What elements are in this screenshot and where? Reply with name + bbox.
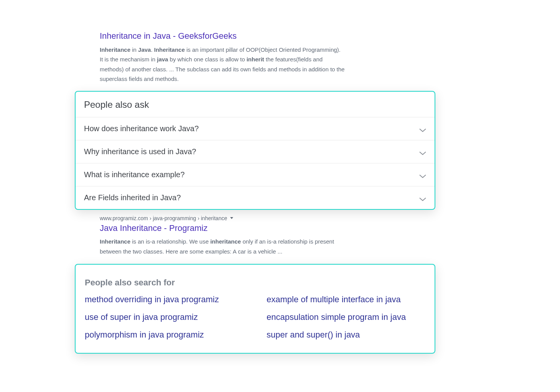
paa-question-text: What is inheritance example?: [84, 170, 184, 179]
snippet-bold: Inheritance: [154, 46, 185, 53]
related-search-link[interactable]: use of super in java programiz: [85, 312, 244, 322]
related-search-link[interactable]: polymorphism in java programiz: [85, 330, 244, 340]
snippet-bold: inheritance: [210, 238, 241, 245]
paa-question-text: How does inheritance work Java?: [84, 124, 199, 133]
caret-down-icon: [230, 217, 233, 219]
people-also-search-for-box: People also search for method overriding…: [75, 264, 435, 354]
paa-question-row[interactable]: What is inheritance example?: [76, 163, 435, 186]
result-snippet: Inheritance in Java. Inheritance is an i…: [100, 45, 345, 84]
snippet-bold: Inheritance: [100, 46, 130, 53]
people-also-ask-heading: People also ask: [76, 92, 435, 117]
snippet-text: is an is-a relationship. We use: [130, 238, 210, 245]
snippet-bold: Inheritance: [100, 238, 130, 245]
result-url-text: www.programiz.com › java-programming › i…: [100, 215, 227, 221]
snippet-text: by which one class is allow to: [168, 56, 246, 63]
result-snippet: Inheritance is an is-a relationship. We …: [100, 237, 345, 256]
chevron-down-icon: [419, 127, 426, 130]
snippet-bold: Java: [138, 46, 151, 53]
snippet-text: in: [130, 46, 138, 53]
result-url[interactable]: www.programiz.com › java-programming › i…: [100, 215, 435, 221]
related-search-link[interactable]: method overriding in java programiz: [85, 295, 244, 305]
snippet-text: .: [151, 46, 154, 53]
people-also-ask-box: People also ask How does inheritance wor…: [75, 91, 435, 210]
chevron-down-icon: [419, 150, 426, 153]
paa-question-row[interactable]: Are Fields inherited in Java?: [76, 186, 435, 209]
related-search-link[interactable]: super and super() in java: [267, 330, 425, 340]
snippet-bold: java: [157, 56, 168, 63]
people-also-search-for-heading: People also search for: [85, 278, 425, 295]
result-title-link[interactable]: Inheritance in Java - GeeksforGeeks: [100, 31, 435, 42]
result-title-link[interactable]: Java Inheritance - Programiz: [100, 223, 435, 234]
paa-question-text: Why inheritance is used in Java?: [84, 147, 196, 156]
related-search-link[interactable]: example of multiple interface in java: [267, 295, 425, 305]
paa-question-row[interactable]: How does inheritance work Java?: [76, 117, 435, 140]
search-result: Inheritance in Java - GeeksforGeeks Inhe…: [75, 31, 435, 84]
snippet-bold: inherit: [247, 56, 264, 63]
chevron-down-icon: [419, 196, 426, 199]
paa-question-text: Are Fields inherited in Java?: [84, 193, 181, 202]
related-search-link[interactable]: encapsulation simple program in java: [267, 312, 425, 322]
chevron-down-icon: [419, 173, 426, 176]
search-result: www.programiz.com › java-programming › i…: [75, 215, 435, 257]
paa-question-row[interactable]: Why inheritance is used in Java?: [76, 140, 435, 163]
